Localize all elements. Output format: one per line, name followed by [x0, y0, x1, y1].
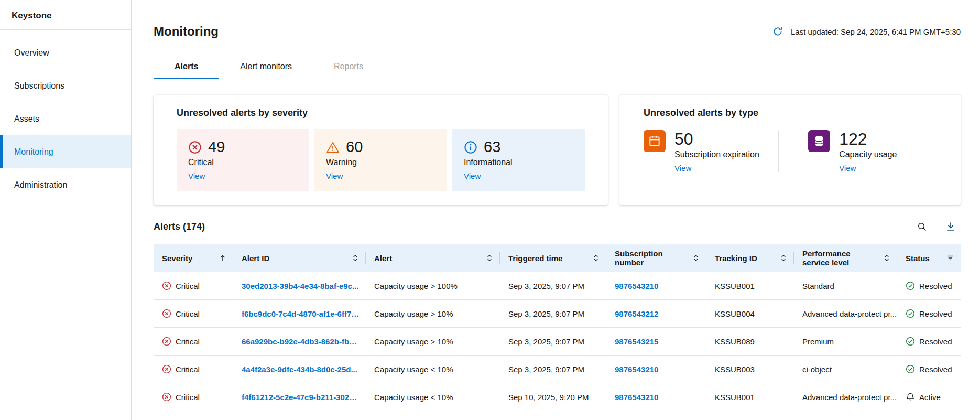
alert-id-link[interactable]: 30ed2013-39b4-4e34-8baf-e9c... [242, 282, 358, 290]
performance-service-level-cell: Standard [794, 272, 897, 299]
column-header-subscription-number[interactable]: Subscription number [606, 244, 706, 272]
sidebar-divider [0, 29, 131, 30]
download-icon [945, 221, 956, 232]
performance-service-level-cell: Advanced data-protect pr... [794, 383, 897, 411]
page-header: Monitoring Last updated: Sep 24, 2025, 6… [154, 24, 961, 39]
card-title: Unresolved alerts by type [644, 107, 937, 119]
tracking-id-cell: KSSUB001 [706, 383, 794, 411]
sidebar-item-monitoring[interactable]: Monitoring [0, 135, 131, 168]
sort-icon[interactable] [779, 254, 788, 262]
status-label: Active [919, 393, 941, 402]
table-row: Critical f6bc9dc0-7c4d-4870-af1e-6ff7e..… [154, 300, 961, 328]
resolved-check-icon [906, 364, 915, 374]
sidebar-item-subscriptions[interactable]: Subscriptions [0, 69, 131, 102]
resolved-check-icon [906, 309, 915, 318]
status-cell: Resolved [897, 356, 961, 383]
tracking-id-cell: KSSUB004 [706, 300, 794, 327]
sort-icon[interactable] [592, 254, 600, 262]
view-informational-link[interactable]: View [464, 171, 481, 180]
sidebar-item-label: Assets [14, 114, 39, 124]
column-label: Alert ID [242, 254, 269, 263]
tracking-id-cell: KSSUB003 [706, 356, 794, 383]
download-button[interactable] [944, 220, 957, 233]
view-warning-link[interactable]: View [326, 171, 343, 180]
sidebar: Keystone Overview Subscriptions Assets M… [0, 0, 132, 420]
sidebar-item-label: Monitoring [14, 147, 53, 157]
sidebar-nav: Overview Subscriptions Assets Monitoring… [0, 36, 131, 201]
table-row: Critical f4f61212-5c2e-47c9-b211-302b...… [154, 383, 961, 411]
app-root: Keystone Overview Subscriptions Assets M… [0, 0, 980, 420]
column-header-triggered-time[interactable]: Triggered time [500, 244, 606, 272]
card-title: Unresolved alerts by severity [177, 107, 585, 119]
refresh-button[interactable] [771, 25, 785, 38]
sidebar-item-administration[interactable]: Administration [0, 168, 131, 201]
column-header-alert[interactable]: Alert [366, 244, 500, 272]
active-bell-icon [906, 392, 915, 402]
subscription-number-link[interactable]: 9876543210 [615, 282, 658, 290]
alerts-toolbar [916, 220, 961, 233]
column-label: Tracking ID [715, 254, 757, 263]
subscription-number-link[interactable]: 9876543210 [615, 393, 658, 402]
triggered-time-cell: Sep 10, 2025, 9:20 PM [500, 383, 606, 411]
severity-label: Critical [176, 393, 200, 402]
column-header-status[interactable]: Status [897, 244, 961, 272]
performance-service-level-cell: Advanced data-protect pr... [794, 300, 897, 327]
table-row: Critical 66a929bc-b92e-4db3-862b-fb2... … [154, 328, 961, 356]
alert-id-link[interactable]: 66a929bc-b92e-4db3-862b-fb2... [242, 337, 360, 346]
brand-keystone: Keystone [0, 10, 131, 29]
alert-id-link[interactable]: f4f61212-5c2e-47c9-b211-302b... [242, 393, 360, 402]
page-title: Monitoring [154, 24, 219, 39]
sort-icon[interactable] [351, 254, 360, 262]
subscription-number-link[interactable]: 9876543210 [615, 365, 658, 374]
column-label: Status [906, 254, 930, 263]
view-subscription-expiration-link[interactable]: View [674, 164, 691, 173]
sort-ascending-icon[interactable] [219, 254, 227, 262]
tab-reports[interactable]: Reports [313, 56, 384, 79]
search-button[interactable] [916, 220, 928, 233]
status-label: Resolved [919, 282, 952, 290]
severity-cell: Critical [154, 272, 233, 299]
sidebar-item-overview[interactable]: Overview [0, 36, 131, 69]
type-item-subscription-expiration: 50 Subscription expiration View [644, 130, 778, 173]
column-header-tracking-id[interactable]: Tracking ID [706, 244, 794, 272]
view-capacity-usage-link[interactable]: View [839, 164, 856, 173]
sidebar-item-label: Administration [14, 180, 67, 190]
alert-cell: Capacity usage > 10% [366, 328, 500, 355]
column-label: Subscription number [615, 249, 689, 267]
triggered-time-cell: Sep 3, 2025, 9:07 PM [500, 356, 606, 383]
status-label: Resolved [919, 309, 952, 318]
column-header-severity[interactable]: Severity [154, 244, 233, 272]
alert-cell: Capacity usage > 10% [366, 300, 500, 327]
triggered-time-cell: Sep 3, 2025, 9:07 PM [500, 300, 606, 327]
filter-icon[interactable] [946, 254, 954, 262]
severity-cell: Critical [154, 328, 233, 355]
tab-alerts[interactable]: Alerts [154, 56, 219, 79]
status-cell: Active [897, 383, 961, 411]
alerts-section-header: Alerts (174) [154, 220, 961, 233]
calendar-tile [644, 130, 666, 152]
sort-icon[interactable] [692, 254, 700, 262]
view-critical-link[interactable]: View [188, 171, 205, 180]
last-updated-area: Last updated: Sep 24, 2025, 6:41 PM GMT+… [771, 25, 961, 38]
sort-icon[interactable] [485, 254, 494, 262]
sort-icon[interactable] [883, 254, 891, 262]
severity-block-critical: 49 Critical View [177, 129, 309, 191]
severity-label: Critical [176, 309, 200, 318]
alert-id-link[interactable]: f6bc9dc0-7c4d-4870-af1e-6ff7e... [242, 309, 360, 318]
alert-id-link[interactable]: 4a4f2a3e-9dfc-434b-8d0c-25d... [242, 365, 357, 374]
sidebar-item-assets[interactable]: Assets [0, 102, 131, 135]
last-updated-text: Last updated: Sep 24, 2025, 6:41 PM GMT+… [791, 27, 961, 36]
column-label: Alert [374, 254, 392, 263]
critical-label: Critical [188, 158, 298, 167]
critical-icon [162, 309, 171, 318]
sidebar-item-label: Overview [14, 48, 49, 58]
column-header-performance-service-level[interactable]: Performance service level [794, 244, 897, 272]
severity-blocks: 49 Critical View 60 Warning View [177, 129, 585, 191]
table-row: Critical 4a4f2a3e-9dfc-434b-8d0c-25d... … [154, 356, 961, 383]
calendar-icon [648, 134, 661, 148]
status-label: Resolved [919, 365, 952, 374]
column-header-alert-id[interactable]: Alert ID [233, 244, 366, 272]
tab-alert-monitors[interactable]: Alert monitors [219, 56, 313, 79]
subscription-number-link[interactable]: 9876543215 [615, 337, 658, 346]
subscription-number-link[interactable]: 9876543212 [615, 309, 658, 318]
